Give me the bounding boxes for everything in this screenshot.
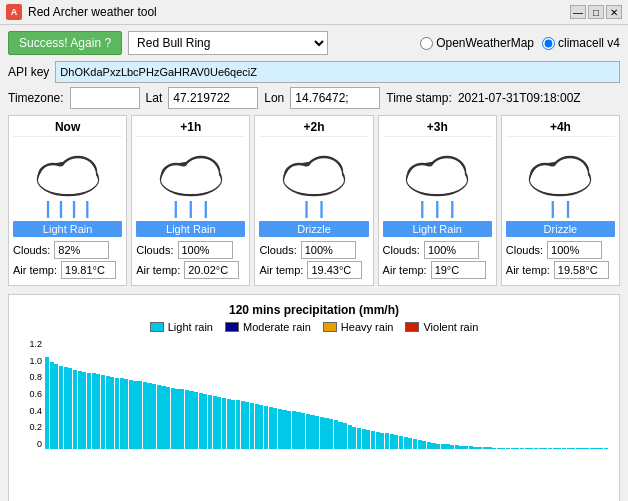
cloud-svg <box>151 144 231 199</box>
chart-bar <box>143 382 147 449</box>
temp-input[interactable] <box>184 261 239 279</box>
timezone-label: Timezone: <box>8 91 64 105</box>
radio-openweather[interactable]: OpenWeatherMap <box>420 36 534 50</box>
cloud-stat: Clouds: <box>259 241 368 259</box>
api-row: API key <box>8 61 620 83</box>
temp-stat: Air temp: <box>259 261 368 279</box>
weather-icon-area: || <box>506 141 615 221</box>
legend-label: Heavy rain <box>341 321 394 333</box>
window-controls[interactable]: — □ ✕ <box>570 5 622 19</box>
chart-bar <box>604 448 608 449</box>
location-select[interactable]: Red Bull Ring <box>128 31 328 55</box>
cloud-label: Clouds: <box>259 244 296 256</box>
weather-card: Now |||| Light RainClouds:Air temp: <box>8 115 127 286</box>
rain-drop: | <box>85 198 90 219</box>
svg-point-11 <box>183 161 219 187</box>
chart-bar <box>492 448 496 449</box>
close-button[interactable]: ✕ <box>606 5 622 19</box>
chart-bar <box>217 397 221 449</box>
temp-input[interactable] <box>554 261 609 279</box>
radio-openweather-input[interactable] <box>420 37 433 50</box>
lat-input[interactable] <box>168 87 258 109</box>
api-key-label: API key <box>8 65 49 79</box>
cloud-svg <box>274 144 354 199</box>
success-button[interactable]: Success! Again ? <box>8 31 122 55</box>
chart-bar <box>418 440 422 449</box>
temp-input[interactable] <box>431 261 486 279</box>
temp-stat: Air temp: <box>506 261 615 279</box>
api-key-input[interactable] <box>55 61 620 83</box>
rain-drop: | <box>420 198 425 219</box>
timezone-input[interactable] <box>70 87 140 109</box>
rain-drop: | <box>435 198 440 219</box>
chart-bar <box>436 444 440 450</box>
rain-drop: | <box>188 198 193 219</box>
radio-group: OpenWeatherMap climacell v4 <box>420 36 620 50</box>
chart-bar <box>455 445 459 449</box>
rain-drop: | <box>72 198 77 219</box>
weather-card-header: +3h <box>383 120 492 137</box>
chart-bar <box>87 373 91 449</box>
weather-desc: Drizzle <box>506 221 615 237</box>
minimize-button[interactable]: — <box>570 5 586 19</box>
lon-input[interactable] <box>290 87 380 109</box>
chart-bar <box>110 377 114 449</box>
rain-drop: | <box>450 198 455 219</box>
legend-item: Heavy rain <box>323 321 394 333</box>
cloud-input[interactable] <box>301 241 356 259</box>
radio-climacell-input[interactable] <box>542 37 555 50</box>
chart-bar <box>431 443 435 449</box>
chart-bar <box>287 411 291 450</box>
chart-bar <box>231 400 235 450</box>
temp-input[interactable] <box>61 261 116 279</box>
chart-bar <box>45 357 49 449</box>
legend-item: Violent rain <box>405 321 478 333</box>
weather-card: +2h || DrizzleClouds:Air temp: <box>254 115 373 286</box>
chart-bar <box>82 372 86 449</box>
app-title: Red Archer weather tool <box>28 5 564 19</box>
chart-bar <box>101 375 105 449</box>
temp-input[interactable] <box>307 261 362 279</box>
chart-bar <box>241 401 245 449</box>
chart-bar <box>557 448 561 449</box>
legend-item: Light rain <box>150 321 213 333</box>
cloud-icon: || <box>274 144 354 219</box>
chart-bar <box>576 448 580 449</box>
chart-bar <box>189 391 193 449</box>
cloud-input[interactable] <box>424 241 479 259</box>
chart-bar <box>92 373 96 449</box>
cloud-icon: ||| <box>151 144 231 219</box>
weather-desc: Light Rain <box>13 221 122 237</box>
chart-bar <box>390 434 394 449</box>
chart-bar <box>245 402 249 449</box>
weather-card-header: +1h <box>136 120 245 137</box>
cloud-icon: |||| <box>28 144 108 219</box>
legend-color <box>150 322 164 332</box>
chart-bar <box>259 405 263 449</box>
chart-bar <box>250 403 254 449</box>
rain-drop: | <box>173 198 178 219</box>
chart-wrapper: 1.21.00.80.60.40.20 <box>17 339 611 469</box>
cloud-input[interactable] <box>178 241 233 259</box>
cloud-input[interactable] <box>54 241 109 259</box>
chart-bar <box>120 378 124 449</box>
chart-bar <box>450 445 454 449</box>
cloud-stat: Clouds: <box>506 241 615 259</box>
chart-bar <box>357 428 361 449</box>
rain-drops: || <box>274 198 354 219</box>
chart-bar <box>185 390 189 449</box>
app-icon: A <box>6 4 22 20</box>
temp-label: Air temp: <box>506 264 550 276</box>
chart-bar <box>161 386 165 449</box>
lat-label: Lat <box>146 91 163 105</box>
chart-bar <box>599 448 603 449</box>
y-label: 0 <box>17 439 45 449</box>
main-container: Success! Again ? Red Bull Ring OpenWeath… <box>0 25 628 501</box>
chart-legend: Light rainModerate rainHeavy rainViolent… <box>17 321 611 333</box>
radio-climacell[interactable]: climacell v4 <box>542 36 620 50</box>
weather-desc: Light Rain <box>383 221 492 237</box>
chart-bar <box>203 394 207 449</box>
chart-bar <box>525 448 529 449</box>
cloud-input[interactable] <box>547 241 602 259</box>
maximize-button[interactable]: □ <box>588 5 604 19</box>
